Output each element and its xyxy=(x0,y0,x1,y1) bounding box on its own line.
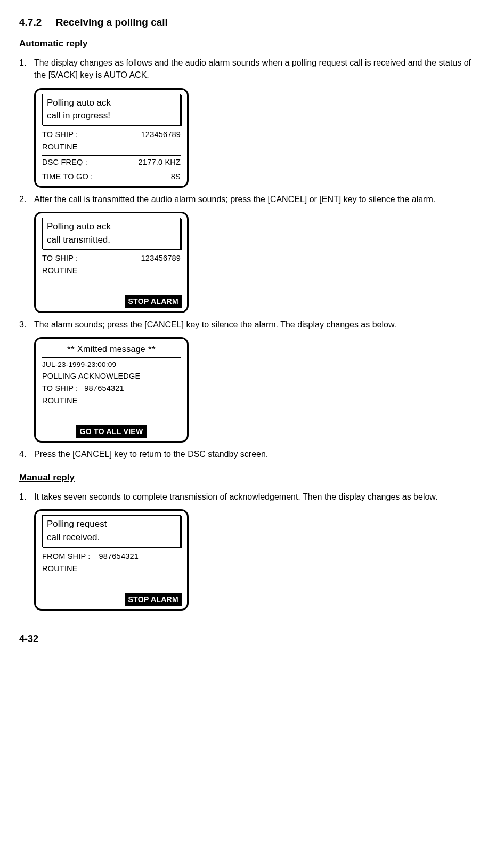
step-3: 3. The alarm sounds; press the [CANCEL] … xyxy=(19,318,485,331)
automatic-reply-heading: Automatic reply xyxy=(19,37,485,51)
divider xyxy=(42,170,181,170)
time-to-go-value: 8S xyxy=(171,171,181,182)
footer-row: STOP ALARM xyxy=(41,592,182,606)
time-to-go-label: TIME TO GO : xyxy=(42,171,93,182)
automatic-reply-steps: 2. After the call is transmitted the aud… xyxy=(19,193,485,205)
polling-ack-text: POLLING ACKNOWLEDGE xyxy=(42,371,140,382)
step-text: After the call is transmitted the audio … xyxy=(34,193,485,205)
priority-row: ROUTINE xyxy=(42,265,181,277)
from-ship-row: FROM SHIP : 987654321 xyxy=(42,550,181,563)
step-number: 3. xyxy=(19,318,34,331)
step-2: 2. After the call is transmitted the aud… xyxy=(19,193,485,205)
to-ship-label: TO SHIP : xyxy=(42,253,78,264)
dsc-freq-label: DSC FREQ : xyxy=(42,157,87,168)
message-box: Polling request call received. xyxy=(42,515,181,547)
divider xyxy=(42,155,181,156)
step-number: 4. xyxy=(19,448,34,460)
priority-value: ROUTINE xyxy=(42,141,78,153)
screen-polling-auto-ack-in-progress: Polling auto ack call in progress! TO SH… xyxy=(34,88,189,188)
step-number: 1. xyxy=(19,57,34,81)
to-ship-row: TO SHIP : 123456789 xyxy=(42,252,181,265)
to-ship-label: TO SHIP : xyxy=(42,129,78,140)
to-ship-value: 123456789 xyxy=(141,253,181,264)
priority-row: ROUTINE xyxy=(42,141,181,153)
message-line-2: call received. xyxy=(47,531,176,544)
message-line-1: Polling auto ack xyxy=(47,97,176,110)
polling-ack-row: POLLING ACKNOWLEDGE xyxy=(42,370,181,382)
page-number: 4-32 xyxy=(19,632,485,646)
from-ship-value: 987654321 xyxy=(99,551,139,562)
step-text: It takes seven seconds to complete trans… xyxy=(34,491,485,503)
stop-alarm-button[interactable]: STOP ALARM xyxy=(125,593,182,606)
screen-polling-request-received: Polling request call received. FROM SHIP… xyxy=(34,509,189,611)
step-1: 1. It takes seven seconds to complete tr… xyxy=(19,491,485,503)
section-header: 4.7.2 Receiving a polling call xyxy=(19,15,485,30)
step-1: 1. The display changes as follows and th… xyxy=(19,57,485,81)
priority-value: ROUTINE xyxy=(42,563,78,574)
to-ship-row: TO SHIP : 123456789 xyxy=(42,129,181,141)
section-number: 4.7.2 xyxy=(19,15,42,30)
message-box: Polling auto ack call in progress! xyxy=(42,94,181,125)
time-to-go-row: TIME TO GO : 8S xyxy=(42,171,181,183)
message-line-2: call in progress! xyxy=(47,109,176,123)
from-ship-label: FROM SHIP : xyxy=(42,551,91,562)
timestamp-value: JUL-23-1999-23:00:09 xyxy=(42,359,116,370)
stop-alarm-button[interactable]: STOP ALARM xyxy=(125,295,182,308)
dsc-freq-value: 2177.0 KHZ xyxy=(139,157,181,168)
xmitted-header: ** Xmitted message ** xyxy=(42,343,181,358)
star-icon: ** xyxy=(67,345,77,355)
priority-row: ROUTINE xyxy=(42,563,181,575)
xmitted-title: Xmitted message xyxy=(77,345,145,354)
step-text: The alarm sounds; press the [CANCEL] key… xyxy=(34,318,485,331)
priority-row: ROUTINE xyxy=(42,395,181,407)
step-number: 2. xyxy=(19,193,34,205)
star-icon: ** xyxy=(145,345,156,355)
to-ship-value: 123456789 xyxy=(141,129,181,140)
footer-row: STOP ALARM xyxy=(41,294,182,308)
step-4: 4. Press the [CANCEL] key to return to t… xyxy=(19,448,485,460)
automatic-reply-steps: 3. The alarm sounds; press the [CANCEL] … xyxy=(19,318,485,331)
to-ship-value: 987654321 xyxy=(84,383,124,394)
step-text: Press the [CANCEL] key to return to the … xyxy=(34,448,485,460)
screen-xmitted-message: ** Xmitted message ** JUL-23-1999-23:00:… xyxy=(34,337,189,443)
priority-value: ROUTINE xyxy=(42,395,78,406)
screen-polling-auto-ack-transmitted: Polling auto ack call transmitted. TO SH… xyxy=(34,212,189,313)
to-ship-row: TO SHIP : 987654321 xyxy=(42,382,181,395)
footer-row: GO TO ALL VIEW xyxy=(41,424,182,438)
dsc-freq-row: DSC FREQ : 2177.0 KHZ xyxy=(42,156,181,169)
manual-reply-heading: Manual reply xyxy=(19,471,485,485)
automatic-reply-steps: 1. The display changes as follows and th… xyxy=(19,57,485,81)
step-text: The display changes as follows and the a… xyxy=(34,57,485,81)
message-line-1: Polling request xyxy=(47,518,176,531)
message-line-2: call transmitted. xyxy=(47,234,176,247)
manual-reply-steps: 1. It takes seven seconds to complete tr… xyxy=(19,491,485,503)
priority-value: ROUTINE xyxy=(42,265,78,276)
timestamp-row: JUL-23-1999-23:00:09 xyxy=(42,359,181,371)
message-box: Polling auto ack call transmitted. xyxy=(42,218,181,249)
section-title: Receiving a polling call xyxy=(56,15,168,30)
to-ship-label: TO SHIP : xyxy=(42,383,78,394)
go-to-all-view-button[interactable]: GO TO ALL VIEW xyxy=(76,425,146,438)
message-line-1: Polling auto ack xyxy=(47,220,176,234)
step-number: 1. xyxy=(19,491,34,503)
automatic-reply-steps: 4. Press the [CANCEL] key to return to t… xyxy=(19,448,485,460)
